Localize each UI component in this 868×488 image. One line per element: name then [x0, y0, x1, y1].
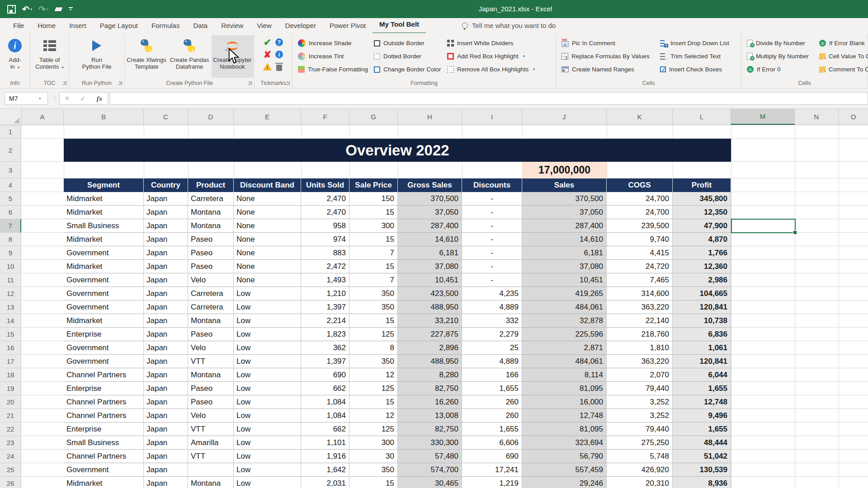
table-row[interactable]: Enterprise: [64, 328, 144, 341]
table-row[interactable]: 13,008: [398, 409, 462, 422]
table-row[interactable]: 56,790: [522, 450, 607, 463]
table-row[interactable]: 14,610: [522, 233, 607, 246]
table-row[interactable]: 37,080: [398, 260, 462, 273]
table-row[interactable]: Japan: [144, 246, 188, 260]
red-cross-icon[interactable]: ✘: [264, 49, 272, 60]
table-row[interactable]: 12,350: [673, 206, 731, 219]
table-row[interactable]: 1,916: [301, 450, 349, 463]
table-row[interactable]: Japan: [144, 287, 188, 300]
table-row[interactable]: 1,397: [301, 355, 349, 368]
row-header-15[interactable]: 15: [0, 328, 21, 341]
table-row[interactable]: 6,181: [522, 246, 607, 260]
table-row[interactable]: Midmarket: [64, 314, 144, 328]
tab-home[interactable]: Home: [31, 18, 62, 33]
table-row[interactable]: 14,610: [398, 233, 462, 246]
multiply-by-number-button[interactable]: Multiply By Number: [747, 50, 819, 63]
dialog-launcher-icon[interactable]: [248, 81, 252, 85]
table-row[interactable]: 484,061: [522, 300, 607, 314]
tab-data[interactable]: Data: [186, 18, 214, 33]
table-row[interactable]: Japan: [144, 409, 188, 422]
redo-icon[interactable]: ↷▾: [38, 5, 48, 14]
row-header-6[interactable]: 6: [0, 206, 21, 219]
table-row[interactable]: Government: [64, 287, 144, 300]
tab-file[interactable]: File: [6, 18, 31, 33]
table-row[interactable]: 10,451: [522, 273, 607, 287]
add-red-box-highlight-button[interactable]: Add Red Box Highlight ▾: [447, 50, 550, 63]
true-false-formatting-button[interactable]: True-False Formatting: [298, 63, 374, 76]
table-row[interactable]: [188, 463, 234, 477]
table-row[interactable]: Enterprise: [64, 422, 144, 436]
column-header-m[interactable]: M: [731, 109, 795, 125]
insert-drop-down-list-button[interactable]: Insert Drop Down List: [660, 37, 741, 50]
table-row[interactable]: Montana: [188, 206, 234, 219]
table-row[interactable]: Low: [234, 355, 301, 368]
table-row[interactable]: 260: [462, 395, 522, 409]
row-header-25[interactable]: 25: [0, 463, 21, 477]
table-row[interactable]: 314,600: [607, 287, 673, 300]
table-row[interactable]: 30: [349, 450, 398, 463]
table-row[interactable]: 37,050: [398, 206, 462, 219]
table-row[interactable]: Low: [234, 422, 301, 436]
undo-icon[interactable]: ↶▾: [22, 5, 32, 14]
table-row[interactable]: Japan: [144, 422, 188, 436]
table-row[interactable]: 4,870: [673, 233, 731, 246]
table-row[interactable]: Japan: [144, 300, 188, 314]
table-row[interactable]: 81,095: [522, 382, 607, 395]
table-row[interactable]: 16,000: [522, 395, 607, 409]
table-row[interactable]: 12,360: [673, 260, 731, 273]
row-header-22[interactable]: 22: [0, 422, 21, 436]
row-header-11[interactable]: 11: [0, 273, 21, 287]
column-header-a[interactable]: A: [21, 109, 64, 125]
blue-info-icon[interactable]: i: [275, 51, 283, 58]
run-python-file-button[interactable]: RunPython File: [71, 35, 123, 78]
tell-me-box[interactable]: Tell me what you want to do: [462, 18, 556, 33]
table-row[interactable]: 125: [349, 328, 398, 341]
column-header-i[interactable]: I: [462, 109, 522, 125]
table-row[interactable]: 4,415: [607, 246, 673, 260]
table-row[interactable]: Channel Partners: [64, 395, 144, 409]
table-row[interactable]: Paseo: [188, 328, 234, 341]
table-row[interactable]: 1,084: [301, 395, 349, 409]
table-row[interactable]: 419,265: [522, 287, 607, 300]
table-row[interactable]: Government: [64, 355, 144, 368]
name-box-caret-icon[interactable]: ▾: [39, 92, 41, 105]
table-row[interactable]: 9,496: [673, 409, 731, 422]
table-row[interactable]: 1,655: [462, 422, 522, 436]
table-row[interactable]: 130,539: [673, 463, 731, 477]
trim-selected-text-button[interactable]: Trim Selected Text: [660, 50, 741, 63]
tab-my-tool-belt[interactable]: My Tool Belt: [373, 18, 426, 34]
blue-question-icon[interactable]: ?: [275, 38, 283, 46]
table-row[interactable]: 323,694: [522, 436, 607, 450]
table-row[interactable]: Low: [234, 300, 301, 314]
table-row[interactable]: 883: [301, 246, 349, 260]
pic-in-comment-button[interactable]: Pic In Comment: [561, 37, 660, 50]
table-row[interactable]: None: [234, 246, 301, 260]
create-named-ranges-button[interactable]: Create Named Ranges: [561, 63, 660, 76]
dialog-launcher-icon[interactable]: [118, 81, 122, 85]
table-row[interactable]: 350: [349, 300, 398, 314]
table-row[interactable]: 300: [349, 219, 398, 233]
table-row[interactable]: 120,841: [673, 355, 731, 368]
table-row[interactable]: 2,871: [522, 341, 607, 355]
table-row[interactable]: 5,748: [607, 450, 673, 463]
table-row[interactable]: 1,655: [462, 382, 522, 395]
table-row[interactable]: -: [462, 260, 522, 273]
table-row[interactable]: 32,878: [522, 314, 607, 328]
table-row[interactable]: -: [462, 206, 522, 219]
column-header-n[interactable]: N: [795, 109, 839, 125]
table-row[interactable]: Japan: [144, 436, 188, 450]
table-row[interactable]: Japan: [144, 477, 188, 488]
table-row[interactable]: 24,720: [607, 260, 673, 273]
column-header-g[interactable]: G: [349, 109, 398, 125]
table-row[interactable]: 82,750: [398, 422, 462, 436]
table-row[interactable]: 1,642: [301, 463, 349, 477]
table-row[interactable]: 37,080: [522, 260, 607, 273]
table-row[interactable]: 166: [462, 368, 522, 382]
table-row[interactable]: 330,300: [398, 436, 462, 450]
table-row[interactable]: 426,920: [607, 463, 673, 477]
table-row[interactable]: 15: [349, 206, 398, 219]
table-row[interactable]: Paseo: [188, 382, 234, 395]
table-row[interactable]: 1,493: [301, 273, 349, 287]
table-row[interactable]: 218,760: [607, 328, 673, 341]
table-row[interactable]: 350: [349, 463, 398, 477]
